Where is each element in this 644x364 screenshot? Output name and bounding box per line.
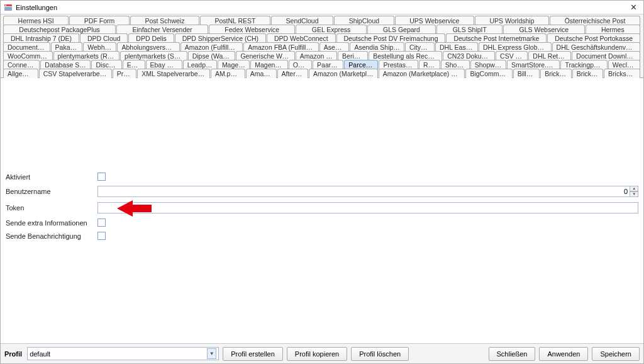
tab[interactable]: DPD Delis <box>128 33 174 43</box>
tab[interactable]: Real <box>419 60 440 69</box>
tab[interactable]: Connector <box>3 60 40 69</box>
tab[interactable]: Trackingportal <box>560 60 607 69</box>
tab[interactable]: CSV Stapelverarbeitung <box>39 69 112 78</box>
tab[interactable]: GLS Gepard <box>367 25 436 34</box>
tab[interactable]: GLS ShipIT <box>436 25 502 34</box>
tab[interactable]: Asendia <box>319 42 350 52</box>
profil-erstellen-button[interactable]: Profil erstellen <box>223 347 283 361</box>
tab[interactable]: AM.portal <box>211 69 245 78</box>
tab[interactable]: Österreichische Post <box>550 16 640 25</box>
sende-extra-checkbox[interactable] <box>97 219 106 227</box>
tab[interactable]: Deutsche Post Portokasse <box>547 33 640 43</box>
tab[interactable]: Deutsche Post Internetmarke <box>446 33 547 43</box>
tab[interactable]: Paarzeit <box>313 60 343 69</box>
tab[interactable]: GEL Express <box>296 25 366 34</box>
tab[interactable]: plentymarkets (REST) <box>53 51 120 60</box>
tab[interactable]: PDF Form <box>69 16 130 25</box>
tab[interactable]: DHL Retoure <box>528 51 571 60</box>
tab[interactable]: DPD ShipperService (CH) <box>175 33 266 43</box>
profil-combo[interactable]: default ▼ <box>27 347 219 360</box>
tab[interactable]: Fedex Webservice <box>209 25 295 34</box>
tab[interactable]: SendCloud <box>271 16 333 25</box>
tab[interactable]: Berichte <box>338 51 368 60</box>
tab[interactable]: Amazon (Fulfillment) <box>180 42 243 52</box>
tab[interactable]: Document Log <box>3 42 50 52</box>
tab[interactable]: Magento 2 <box>250 60 287 69</box>
tab[interactable]: DHL Easylog <box>435 42 478 52</box>
tab[interactable]: Weclapp <box>608 60 640 69</box>
tab[interactable]: Document Downloader <box>572 51 640 60</box>
tab[interactable]: Leadprint <box>183 60 217 69</box>
tab[interactable]: Asendia Shipping <box>350 42 404 52</box>
tab[interactable]: Allgemein <box>3 69 38 78</box>
tab[interactable]: Amazon FBA (Fulfillment) <box>243 42 319 52</box>
tab[interactable]: Einfacher Versender <box>116 25 208 34</box>
tab[interactable]: Post Schweiz <box>130 16 199 25</box>
svg-rect-1 <box>4 7 12 11</box>
tab[interactable]: CN23 Dokument <box>443 51 495 60</box>
tab[interactable]: plentymarkets (SOAP) <box>120 51 187 60</box>
aktiviert-checkbox[interactable] <box>97 173 106 181</box>
tab[interactable]: Discogs <box>91 60 121 69</box>
tab[interactable]: Database Shop <box>40 60 91 69</box>
tab[interactable]: Odoo <box>289 60 312 69</box>
tab[interactable]: DPD Cloud <box>80 33 128 43</box>
tab[interactable]: Shopify <box>441 60 470 69</box>
tab[interactable]: UPS Webservice <box>395 16 474 25</box>
tab[interactable]: Deutsche Post DV Freimachung <box>336 33 446 43</box>
tab[interactable]: Dipse (Waage) <box>188 51 236 60</box>
tab[interactable]: GLS Webservice <box>503 25 584 34</box>
tab[interactable]: Brickowl <box>572 69 603 78</box>
tab[interactable]: CSV Log <box>496 51 528 60</box>
token-input[interactable] <box>97 202 638 213</box>
tab[interactable]: Bricklink <box>540 69 571 78</box>
tab[interactable]: ShipCloud <box>334 16 394 25</box>
tab[interactable]: SmartStore.NET <box>507 60 560 69</box>
anwenden-button[interactable]: Anwenden <box>539 347 588 361</box>
benutzername-spin-up[interactable]: ▲ <box>630 186 638 191</box>
tab[interactable]: Hermes HSI <box>3 16 69 25</box>
tab[interactable]: Abholungsversender <box>117 42 179 52</box>
tab[interactable]: Ebay XML <box>146 60 182 69</box>
svg-point-2 <box>5 4 6 6</box>
profil-loeschen-button[interactable]: Profil löschen <box>351 347 409 361</box>
tab[interactable]: UPS Worldship <box>475 16 549 25</box>
tab[interactable]: Afterbuy <box>277 69 308 78</box>
tab[interactable]: BigCommerce <box>465 69 512 78</box>
tab[interactable]: Amazon (Marketplace) REST <box>379 69 465 78</box>
tab[interactable]: Magento <box>218 60 250 69</box>
tab[interactable]: Citymail <box>405 42 435 52</box>
tab[interactable]: Prestashop <box>379 60 418 69</box>
tab[interactable]: Ebay <box>123 60 145 69</box>
tab[interactable]: DHL Intraship 7 (DE) <box>3 33 79 43</box>
tab[interactable]: PostNL REST <box>200 16 270 25</box>
tab[interactable]: Deutschepost PackagePlus <box>3 25 116 34</box>
tab[interactable]: Parcellab <box>344 60 378 69</box>
tab[interactable]: Hermes <box>586 25 640 34</box>
tab[interactable]: Bestellung als Rechnung <box>369 51 442 60</box>
schliessen-button[interactable]: Schließen <box>489 347 536 361</box>
profil-kopieren-button[interactable]: Profil kopieren <box>287 347 347 361</box>
tab[interactable]: XML Stapelverarbeitung <box>137 69 210 78</box>
tab[interactable]: Amazon <box>246 69 277 78</box>
tab[interactable]: Pakadoo <box>51 42 83 52</box>
tab[interactable]: Billbee <box>513 69 540 78</box>
tab[interactable]: Generische Waage <box>236 51 294 60</box>
tab[interactable]: DPD WebConnect <box>267 33 336 43</box>
tab[interactable]: Amazon (Marketplace) <box>309 69 378 78</box>
tab[interactable]: DHL Express Global WS <box>479 42 552 52</box>
tab[interactable]: Proxy <box>113 69 136 78</box>
tab[interactable]: Webhook <box>83 42 116 52</box>
sende-benachrichtigung-checkbox[interactable] <box>97 232 106 240</box>
speichern-button[interactable]: Speichern <box>592 347 640 361</box>
close-button[interactable]: ✕ <box>626 3 641 13</box>
tab[interactable]: WooCommerce <box>3 51 53 60</box>
tabs-row: WooCommerceplentymarkets (REST)plentymar… <box>3 51 641 60</box>
tab[interactable]: DHL Geschäftskundenversand <box>552 42 640 52</box>
tab[interactable]: Shopware <box>470 60 506 69</box>
tab[interactable]: Amazon Log <box>296 51 337 60</box>
tab[interactable]: Brickscout <box>604 69 640 78</box>
benutzername-input[interactable] <box>97 186 630 197</box>
benutzername-spin-down[interactable]: ▼ <box>630 191 638 197</box>
tabs-row: DHL Intraship 7 (DE)DPD CloudDPD DelisDP… <box>3 33 641 42</box>
